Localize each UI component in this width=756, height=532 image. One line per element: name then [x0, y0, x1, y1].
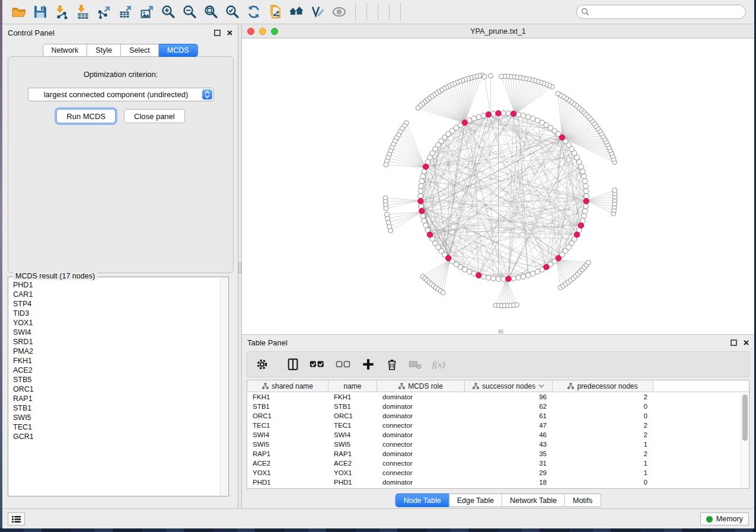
mcds-result-scrollbar[interactable]	[220, 278, 228, 495]
annotation-mode-button[interactable]	[307, 2, 328, 21]
table-cell: dominator	[377, 393, 465, 400]
mcds-result-item[interactable]: FKH1	[13, 356, 220, 366]
tab-node-table[interactable]: Node Table	[395, 493, 449, 507]
table-cell: 18	[465, 479, 553, 486]
gear-icon	[256, 358, 269, 371]
table-row[interactable]: RAP1RAP1dominator352	[247, 449, 749, 459]
tab-network[interactable]: Network	[42, 44, 87, 57]
table-row[interactable]: SWI4SWI4dominator462	[247, 430, 749, 440]
import-network-button[interactable]	[51, 2, 72, 21]
table-cell: YOX1	[328, 469, 377, 476]
create-column-button[interactable]	[362, 355, 375, 373]
mcds-result-item[interactable]: YOX1	[13, 318, 220, 328]
network-graph[interactable]	[242, 39, 754, 334]
vertical-splitter[interactable]	[238, 25, 242, 508]
search-icon	[581, 8, 589, 16]
zoom-out-button[interactable]	[179, 2, 200, 21]
mcds-result-item[interactable]: SWI4	[13, 328, 220, 337]
table-panel: Table Panel f(x) shared namenameMCDS rol…	[242, 334, 754, 508]
tab-select[interactable]: Select	[121, 44, 159, 57]
mcds-result-item[interactable]: TEC1	[13, 422, 220, 432]
column-header-name[interactable]: name	[328, 380, 377, 392]
table-cell: 35	[465, 450, 553, 457]
export-table-button[interactable]	[115, 2, 136, 21]
table-row[interactable]: FKH1FKH1dominator962	[247, 392, 749, 402]
mcds-result-item[interactable]: STP4	[13, 299, 220, 309]
table-row[interactable]: STB1STB1dominator620	[247, 402, 749, 411]
zoom-fit-button[interactable]	[200, 2, 222, 21]
column-header-successor-nodes[interactable]: successor nodes	[465, 380, 553, 392]
network-view-title: YPA_prune.txt_1	[242, 27, 754, 36]
table-cell: connector	[377, 441, 465, 448]
tab-style[interactable]: Style	[87, 44, 121, 57]
import-table-button[interactable]	[72, 2, 94, 21]
import-table-icon	[75, 4, 91, 20]
float-panel-icon[interactable]	[213, 29, 221, 36]
column-header-MCDS-role[interactable]: MCDS role	[377, 380, 465, 392]
mcds-result-item[interactable]: STB1	[13, 403, 220, 413]
deselect-all-button[interactable]	[335, 355, 352, 373]
table-row[interactable]: ORC1ORC1dominator610	[247, 411, 749, 421]
mcds-result-item[interactable]: ORC1	[13, 384, 220, 394]
table-cell: dominator	[377, 479, 465, 486]
mcds-result-item[interactable]: RAP1	[13, 394, 220, 403]
run-mcds-button[interactable]: Run MCDS	[56, 109, 116, 123]
mcds-result-item[interactable]: SRD1	[13, 337, 220, 347]
table-row[interactable]: PHD1PHD1dominator180	[247, 477, 749, 487]
table-row[interactable]: SWI5SWI5connector431	[247, 440, 749, 449]
memory-button[interactable]: Memory	[700, 512, 749, 525]
refresh-network-button[interactable]	[243, 2, 264, 21]
open-file-button[interactable]	[8, 2, 30, 21]
splitter-handle[interactable]	[238, 262, 241, 273]
select-all-button[interactable]	[309, 355, 326, 373]
zoom-selected-button[interactable]	[222, 2, 243, 21]
table-mode-button[interactable]	[256, 355, 269, 373]
mcds-result-item[interactable]: CAR1	[13, 290, 220, 299]
zoom-in-icon	[161, 4, 176, 20]
table-row[interactable]: TEC1TEC1connector472	[247, 421, 749, 430]
column-header-shared-name[interactable]: shared name	[247, 380, 328, 392]
toolbar-separator	[355, 4, 356, 20]
tab-mcds[interactable]: MCDS	[159, 44, 198, 57]
tab-motifs[interactable]: Motifs	[565, 493, 601, 507]
mcds-result-item[interactable]: ACE2	[13, 366, 220, 375]
table-scrollbar[interactable]	[741, 393, 748, 488]
new-network-from-selection-button[interactable]	[264, 2, 286, 21]
table-cell: ACE2	[247, 460, 328, 467]
first-neighbors-button[interactable]	[286, 2, 307, 21]
zoom-in-button[interactable]	[158, 2, 179, 21]
mcds-result-item[interactable]: SWI5	[13, 413, 220, 422]
search-input[interactable]	[576, 5, 746, 19]
table-cell: 47	[465, 422, 553, 429]
search-box[interactable]	[576, 5, 746, 19]
table-row[interactable]: ACE2ACE2connector311	[247, 459, 749, 468]
export-network-button[interactable]	[94, 2, 115, 21]
mcds-result-item[interactable]: STB5	[13, 375, 220, 384]
tab-edge-table[interactable]: Edge Table	[449, 493, 502, 507]
network-canvas[interactable]	[242, 39, 754, 334]
svg-text:f(x): f(x)	[432, 359, 445, 370]
export-image-button[interactable]	[136, 2, 158, 21]
close-table-panel-icon[interactable]	[742, 339, 749, 346]
control-panel-title: Control Panel	[8, 28, 55, 37]
mcds-result-item[interactable]: TID3	[13, 309, 220, 318]
mcds-result-box: MCDS result (17 nodes) PHD1CAR1STP4TID3Y…	[8, 277, 229, 496]
column-header-predecessor-nodes[interactable]: predecessor nodes	[553, 380, 653, 392]
tab-network-table[interactable]: Network Table	[502, 493, 565, 507]
table-cell: FKH1	[247, 393, 328, 400]
show-hide-button[interactable]	[328, 2, 350, 21]
mcds-result-item[interactable]: PMA2	[13, 347, 220, 356]
show-panels-button[interactable]	[8, 512, 25, 525]
mcds-result-item[interactable]: PHD1	[13, 280, 220, 290]
close-panel-button[interactable]: Close panel	[124, 109, 185, 123]
optimization-criterion-dropdown[interactable]: largest connected component (undirected)	[28, 88, 214, 101]
delete-table-button	[408, 355, 422, 373]
float-table-panel-icon[interactable]	[730, 339, 737, 346]
table-scrollbar-thumb[interactable]	[742, 395, 748, 441]
table-row[interactable]: YOX1YOX1connector291	[247, 468, 749, 477]
column-chooser-button[interactable]	[286, 355, 299, 373]
delete-column-button[interactable]	[385, 355, 398, 373]
save-session-button[interactable]	[30, 2, 51, 21]
mcds-result-item[interactable]: GCR1	[13, 432, 220, 441]
close-panel-icon[interactable]	[226, 29, 233, 36]
